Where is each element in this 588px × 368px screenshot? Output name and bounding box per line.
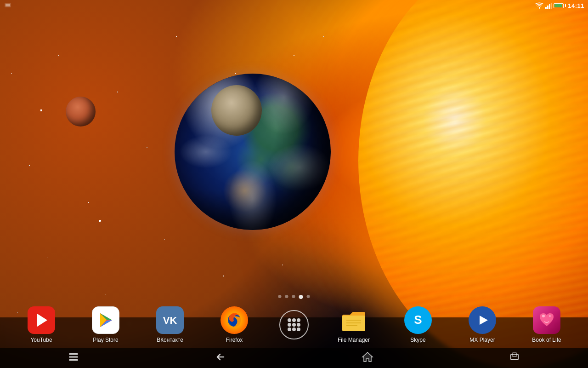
bookoflife-icon bbox=[533, 306, 560, 334]
page-dot-0[interactable] bbox=[278, 295, 282, 298]
app-youtube[interactable]: YouTube bbox=[21, 306, 62, 343]
mxplayer-icon bbox=[469, 306, 496, 334]
svg-point-10 bbox=[297, 318, 300, 322]
svg-point-13 bbox=[297, 323, 300, 327]
nav-back-button[interactable] bbox=[205, 348, 235, 368]
page-dot-4[interactable] bbox=[307, 295, 310, 298]
appdrawer-icon bbox=[279, 310, 309, 339]
firefox-icon bbox=[220, 306, 248, 334]
svg-marker-23 bbox=[480, 316, 488, 325]
app-drawer[interactable] bbox=[278, 310, 310, 339]
svg-rect-27 bbox=[69, 356, 78, 357]
signal-icon bbox=[545, 2, 552, 9]
clock: 14:11 bbox=[568, 2, 584, 9]
notification-icon bbox=[4, 1, 12, 11]
svg-point-14 bbox=[288, 328, 291, 331]
appdrawer-svg bbox=[285, 316, 303, 334]
app-bookoflife[interactable]: Book of Life bbox=[526, 306, 567, 343]
vk-svg: VK bbox=[160, 310, 180, 330]
playstore-svg bbox=[96, 311, 115, 329]
svg-rect-1 bbox=[6, 4, 10, 6]
nav-menu-button[interactable] bbox=[59, 348, 88, 368]
svg-point-15 bbox=[292, 328, 296, 331]
wifi-icon bbox=[535, 2, 543, 9]
app-vk[interactable]: VK ВКонтакте bbox=[149, 306, 191, 343]
battery-indicator bbox=[554, 3, 566, 8]
nav-recents-icon bbox=[509, 351, 520, 362]
vk-label: ВКонтакте bbox=[157, 337, 183, 343]
app-filemanager[interactable]: File Manager bbox=[333, 306, 374, 343]
nav-home-button[interactable] bbox=[352, 347, 383, 368]
svg-point-9 bbox=[292, 318, 296, 322]
nav-menu-icon bbox=[68, 351, 79, 362]
svg-point-12 bbox=[292, 323, 296, 327]
svg-rect-28 bbox=[69, 359, 78, 361]
status-left bbox=[4, 1, 12, 11]
svg-point-25 bbox=[549, 315, 551, 317]
app-tray: YouTube Play Store VK ВКонтакте bbox=[0, 302, 588, 348]
svg-point-24 bbox=[542, 315, 545, 317]
svg-point-11 bbox=[288, 323, 291, 327]
svg-text:VK: VK bbox=[163, 315, 177, 326]
skype-svg: S bbox=[408, 310, 428, 330]
filemanager-label: File Manager bbox=[338, 337, 370, 343]
nav-recents-button[interactable] bbox=[500, 348, 529, 368]
skype-icon: S bbox=[404, 306, 432, 334]
app-mxplayer[interactable]: MX Player bbox=[462, 306, 503, 343]
page-dots bbox=[278, 295, 310, 299]
mxplayer-svg bbox=[472, 310, 492, 330]
status-bar: 14:11 bbox=[0, 0, 588, 11]
bookoflife-svg bbox=[535, 309, 558, 332]
svg-rect-4 bbox=[549, 4, 550, 9]
svg-rect-26 bbox=[69, 353, 78, 355]
nav-home-icon bbox=[362, 351, 373, 363]
youtube-play-triangle bbox=[37, 314, 47, 327]
vk-icon: VK bbox=[156, 306, 184, 334]
firefox-svg bbox=[223, 309, 246, 332]
app-icon-small bbox=[4, 1, 12, 9]
app-playstore[interactable]: Play Store bbox=[85, 306, 126, 343]
svg-rect-2 bbox=[545, 7, 547, 9]
youtube-label: YouTube bbox=[30, 337, 52, 343]
page-dot-1[interactable] bbox=[285, 295, 288, 298]
mars bbox=[66, 97, 96, 126]
playstore-icon bbox=[92, 306, 119, 334]
youtube-icon bbox=[28, 306, 55, 334]
firefox-label: Firefox bbox=[226, 337, 243, 343]
app-skype[interactable]: S Skype bbox=[397, 306, 439, 343]
svg-point-16 bbox=[297, 328, 300, 331]
moon bbox=[211, 85, 262, 136]
page-dot-3[interactable] bbox=[299, 295, 303, 299]
status-right: 14:11 bbox=[535, 2, 584, 9]
svg-rect-5 bbox=[551, 3, 552, 9]
mxplayer-label: MX Player bbox=[469, 337, 495, 343]
bookoflife-label: Book of Life bbox=[532, 337, 561, 343]
nav-back-icon bbox=[215, 351, 226, 362]
nav-bar bbox=[0, 348, 588, 368]
skype-label: Skype bbox=[410, 337, 425, 343]
filemanager-svg bbox=[340, 306, 368, 334]
filemanager-icon bbox=[340, 306, 368, 334]
svg-point-8 bbox=[288, 318, 291, 322]
svg-rect-3 bbox=[547, 6, 548, 9]
page-dot-2[interactable] bbox=[292, 295, 295, 298]
svg-text:S: S bbox=[414, 313, 422, 327]
app-firefox[interactable]: Firefox bbox=[214, 306, 255, 343]
playstore-label: Play Store bbox=[93, 337, 118, 343]
